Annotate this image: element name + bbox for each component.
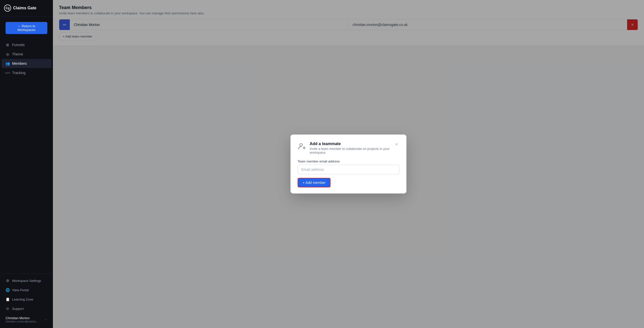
sidebar-item-view-portal[interactable]: 🌐 View Portal bbox=[2, 285, 51, 294]
learning-zone-icon: 📋 bbox=[6, 297, 10, 301]
sidebar-label-theme: Theme bbox=[12, 52, 23, 56]
workspace-settings-icon: ⚙ bbox=[6, 279, 10, 283]
sidebar-item-tracking[interactable]: </> Tracking bbox=[2, 68, 51, 77]
add-member-submit-button[interactable]: + Add member bbox=[298, 178, 331, 187]
email-field-label: Team member email address bbox=[298, 159, 399, 163]
app-title: Claims Gate bbox=[13, 6, 36, 10]
theme-icon: ◎ bbox=[6, 52, 10, 56]
svg-point-0 bbox=[300, 144, 302, 146]
modal-title-block: Add a teammate Invite a team member to c… bbox=[310, 142, 394, 154]
sidebar-label-funnels: Funnels bbox=[12, 43, 25, 47]
user-name: Christian Morton bbox=[6, 316, 38, 320]
main-content: Team Members Invite team members to coll… bbox=[53, 0, 644, 328]
sidebar-label-view-portal: View Portal bbox=[12, 288, 29, 292]
members-icon: 👥 bbox=[6, 61, 10, 65]
add-teammate-icon bbox=[298, 142, 307, 151]
sidebar-item-theme[interactable]: ◎ Theme bbox=[2, 50, 51, 59]
sidebar-nav: ⊞ Funnels ◎ Theme 👥 Members </> Tracking bbox=[0, 38, 53, 274]
user-details: Christian Morton christian.morton@claims… bbox=[6, 316, 38, 323]
user-email: christian.morton@claims.. bbox=[6, 320, 38, 323]
sidebar-label-learning-zone: Learning Zone bbox=[12, 298, 33, 301]
modal-header: Add a teammate Invite a team member to c… bbox=[298, 142, 399, 154]
modal-subtitle: Invite a team member to collaborate on p… bbox=[310, 147, 394, 154]
logout-icon[interactable]: → bbox=[44, 318, 47, 322]
sidebar-bottom: ⚙ Workspace Settings 🌐 View Portal 📋 Lea… bbox=[0, 274, 53, 328]
view-portal-icon: 🌐 bbox=[6, 288, 10, 292]
sidebar: Cg Claims Gate ← Return to Workspaces ⊞ … bbox=[0, 0, 53, 328]
tracking-icon: </> bbox=[6, 71, 10, 75]
sidebar-label-members: Members bbox=[12, 61, 27, 65]
sidebar-label-support: Support bbox=[12, 307, 24, 311]
modal-header-left: Add a teammate Invite a team member to c… bbox=[298, 142, 394, 154]
return-to-workspaces-button[interactable]: ← Return to Workspaces bbox=[6, 22, 47, 34]
sidebar-label-tracking: Tracking bbox=[12, 71, 25, 75]
logo-icon: Cg bbox=[4, 5, 11, 12]
modal-close-button[interactable]: × bbox=[394, 142, 399, 147]
email-input[interactable] bbox=[298, 165, 399, 174]
funnels-icon: ⊞ bbox=[6, 43, 10, 47]
add-teammate-modal: Add a teammate Invite a team member to c… bbox=[291, 135, 406, 193]
user-info[interactable]: Christian Morton christian.morton@claims… bbox=[2, 314, 51, 325]
logo-text: Cg bbox=[6, 6, 10, 10]
content-area: Team Members Invite team members to coll… bbox=[53, 0, 644, 328]
modal-title: Add a teammate bbox=[310, 142, 394, 146]
support-icon: ⊙ bbox=[6, 307, 10, 311]
sidebar-label-workspace-settings: Workspace Settings bbox=[12, 279, 41, 283]
sidebar-item-members[interactable]: 👥 Members bbox=[2, 59, 51, 68]
sidebar-logo: Cg Claims Gate bbox=[0, 0, 53, 16]
sidebar-item-workspace-settings[interactable]: ⚙ Workspace Settings bbox=[2, 276, 51, 285]
modal-overlay: Add a teammate Invite a team member to c… bbox=[53, 0, 644, 328]
sidebar-item-support[interactable]: ⊙ Support bbox=[2, 304, 51, 313]
sidebar-item-funnels[interactable]: ⊞ Funnels bbox=[2, 40, 51, 49]
sidebar-item-learning-zone[interactable]: 📋 Learning Zone bbox=[2, 295, 51, 304]
